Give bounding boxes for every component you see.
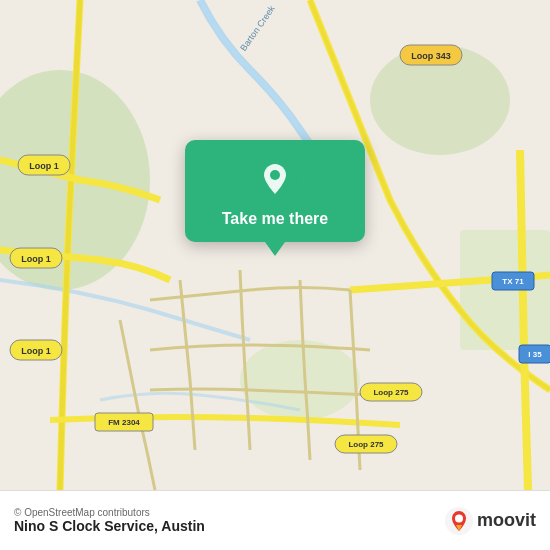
svg-text:TX 71: TX 71 [502, 277, 524, 286]
location-pin-icon [253, 156, 297, 200]
moovit-text: moovit [477, 510, 536, 531]
location-info: © OpenStreetMap contributors Nino S Cloc… [14, 507, 205, 534]
popup-card[interactable]: Take me there [185, 140, 365, 242]
svg-point-3 [240, 340, 360, 420]
svg-text:Loop 1: Loop 1 [29, 161, 59, 171]
moovit-logo: moovit [445, 507, 536, 535]
location-name: Nino S Clock Service, Austin [14, 518, 205, 534]
svg-point-27 [455, 514, 463, 522]
bottom-bar: © OpenStreetMap contributors Nino S Cloc… [0, 490, 550, 550]
map-attribution: © OpenStreetMap contributors [14, 507, 205, 518]
svg-text:Loop 275: Loop 275 [348, 440, 384, 449]
moovit-brand-icon [445, 507, 473, 535]
svg-point-25 [270, 170, 280, 180]
svg-text:Loop 1: Loop 1 [21, 254, 51, 264]
svg-text:Loop 343: Loop 343 [411, 51, 451, 61]
svg-text:Loop 275: Loop 275 [373, 388, 409, 397]
take-me-there-button[interactable]: Take me there [222, 210, 328, 228]
svg-text:FM 2304: FM 2304 [108, 418, 140, 427]
svg-text:Loop 1: Loop 1 [21, 346, 51, 356]
map-container: Loop 1 Loop 1 Loop 1 Loop 343 TX 71 I 35… [0, 0, 550, 490]
svg-text:I 35: I 35 [528, 350, 542, 359]
